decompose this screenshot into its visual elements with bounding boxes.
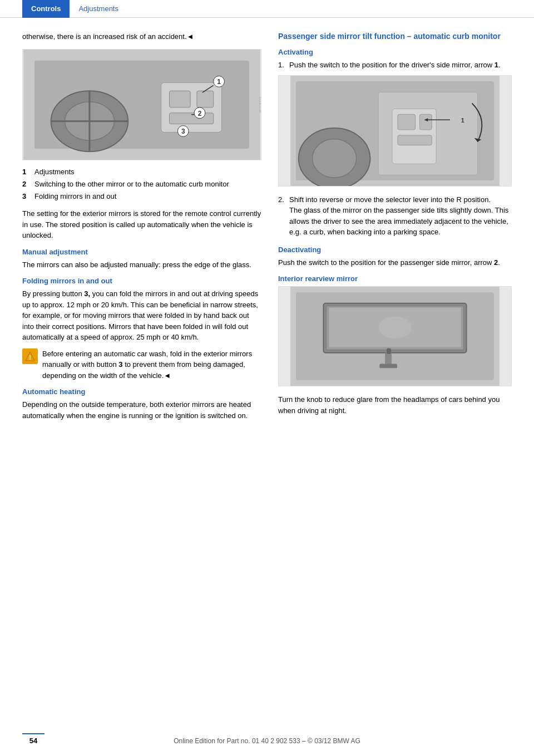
- svg-rect-8: [197, 91, 214, 107]
- header-adjustments-label: Adjustments: [70, 0, 127, 18]
- svg-rect-7: [170, 91, 191, 107]
- footer-text: Online Edition for Part no. 01 40 2 902 …: [174, 737, 360, 745]
- svg-text:VU30258: VU30258: [259, 96, 261, 112]
- svg-rect-41: [387, 348, 391, 354]
- interior-text: Turn the knob to reduce glare from the h…: [278, 394, 512, 416]
- header-bar: Controls Adjustments: [0, 0, 534, 18]
- setting-text: The setting for the exterior mirrors is …: [22, 208, 261, 241]
- svg-text:1: 1: [461, 117, 464, 124]
- list-item-2: 2 Switching to the other mirror or to th…: [22, 179, 261, 189]
- folding-mirrors-heading: Folding mirrors in and out: [22, 277, 261, 285]
- warning-end-marker: ◄: [164, 371, 171, 380]
- svg-text:2: 2: [198, 109, 202, 117]
- deactivating-text: Push the switch to the position for the …: [278, 257, 512, 268]
- numbered-list: 1 Adjustments 2 Switching to the other m…: [22, 167, 261, 202]
- svg-rect-40: [379, 364, 397, 369]
- page-wrapper: Controls Adjustments otherwise, there is…: [0, 0, 534, 756]
- list-item-1: 1 Adjustments: [22, 167, 261, 177]
- right-column: Passenger side mirror tilt function – au…: [278, 31, 512, 426]
- list-item-3: 3 Folding mirrors in and out: [22, 192, 261, 202]
- svg-rect-28: [420, 114, 432, 130]
- page-footer: Online Edition for Part no. 01 40 2 902 …: [0, 737, 534, 745]
- interior-rearview-heading: Interior rearview mirror: [278, 274, 512, 283]
- mirror-controls-image: 1 2 3 VU30258: [22, 49, 261, 160]
- manual-text: The mirrors can also be adjusted manuall…: [22, 259, 261, 271]
- svg-rect-29: [398, 135, 432, 145]
- step-1: 1. Push the switch to the position for t…: [278, 60, 512, 71]
- manual-adjustment-heading: Manual adjustment: [22, 248, 261, 256]
- activating-heading: Activating: [278, 48, 512, 56]
- deactivating-heading: Deactivating: [278, 246, 512, 254]
- folding-text: By pressing button 3, you can fold the m…: [22, 288, 261, 343]
- svg-text:!: !: [29, 354, 31, 361]
- intro-end-marker: ◄: [187, 32, 194, 41]
- mirror-switch-image: 1 VU30260: [278, 75, 512, 186]
- svg-point-24: [313, 139, 357, 178]
- warning-box: ! Before entering an automatic car wash,…: [22, 348, 261, 381]
- passenger-heading: Passenger side mirror tilt function – au…: [278, 31, 512, 41]
- header-controls-label: Controls: [22, 0, 70, 18]
- warning-text: Before entering an automatic car wash, f…: [42, 348, 261, 381]
- auto-heating-text: Depending on the outside temperature, bo…: [22, 399, 261, 421]
- auto-heating-heading: Automatic heating: [22, 387, 261, 396]
- step-2: 2. Shift into reverse or move the select…: [278, 194, 512, 238]
- svg-point-43: [378, 317, 411, 339]
- content-area: otherwise, there is an increased risk of…: [0, 18, 534, 426]
- left-column: otherwise, there is an increased risk of…: [22, 31, 261, 426]
- rearview-mirror-image: VU60437: [278, 286, 512, 386]
- svg-text:1: 1: [217, 78, 221, 86]
- warning-icon: !: [22, 348, 38, 364]
- intro-text: otherwise, there is an increased risk of…: [22, 31, 261, 42]
- svg-text:3: 3: [181, 127, 185, 135]
- svg-rect-27: [398, 114, 416, 130]
